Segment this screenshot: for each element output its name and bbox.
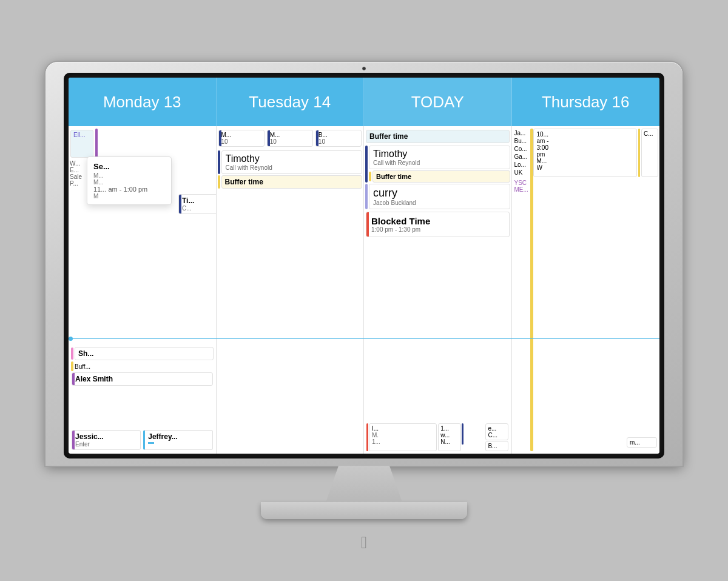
event-title: Ell... [73,132,90,138]
list-item[interactable]: Buffer time [366,130,510,143]
list-item[interactable]: Jeffrey... [143,430,212,450]
header-thursday[interactable]: Thursday 16 [512,78,660,126]
curry-event[interactable]: curry Jacob Buckland [369,184,510,209]
event-sub: Call with Reynold [373,160,506,166]
event-sub: 10 [318,138,359,145]
list-item[interactable]: Ell... [70,130,93,158]
event-sub5: W [537,164,634,171]
color-block [148,442,154,444]
event-title: Buffer time [369,132,506,141]
event-title: Ti... [182,196,216,205]
monday-column[interactable]: Ell... W... E... Sale P... [69,126,217,454]
event-title: Buffer time [376,173,507,180]
list-item[interactable]: 10... am - 3:00 pm M... W [533,129,638,177]
event-title: 1... [440,425,459,432]
label-uk: UK [514,169,529,176]
event-sub2: N... [440,438,459,445]
current-time-line [69,338,659,339]
list-item[interactable]: I... M. 1... [369,423,437,451]
color-block [71,361,73,371]
popup-card[interactable]: Se... M... M... 11... am - 1:00 pm M [87,156,172,205]
header-tuesday[interactable]: Tuesday 14 [217,78,365,126]
monitor-base:  [261,502,467,519]
today-column[interactable]: Buffer time Timothy Call with Reynold [364,126,512,454]
list-item[interactable]: C... [641,129,658,177]
event-sub: w... [440,432,459,438]
list-item[interactable]: M... 10 [218,130,265,147]
tuesday-column[interactable]: M... 10 M... 10 B... 10 [217,126,365,454]
camera [362,67,366,70]
list-item[interactable]: B... [485,441,508,451]
monitor-bezel: Monday 13 Tuesday 14 TODAY Thursday 16 [64,73,664,458]
event-sub: Jacob Buckland [373,200,506,206]
blocked-time-event[interactable]: Blocked Time 1:00 pm - 1:30 pm [366,212,510,237]
event-sub2: 3:00 [537,144,634,151]
calendar-body: Ell... W... E... Sale P... [69,126,659,454]
event-title: B... [318,132,359,138]
header-today[interactable]: TODAY [364,78,512,126]
event-sub: Call with Reynold [226,164,359,171]
event-title: curry [373,187,506,200]
color-block [95,129,98,159]
event-sub: Enter [75,441,137,448]
buffer-time-event[interactable]: Buffer time [372,170,510,183]
color-block [365,146,368,183]
thursday-labels: Ja... Bu... Co... Ga... Lo... UK YSC ME.… [513,129,530,451]
label-co: Co... [514,146,529,152]
color-block [365,184,368,209]
color-block [218,175,220,189]
event-title: Sh... [78,349,210,358]
timothy-today-event[interactable]: Timothy Call with Reynold [369,146,510,169]
thursday-column[interactable]: Ja... Bu... Co... Ga... Lo... UK YSC ME.… [512,126,660,454]
thursday-label: Thursday 16 [542,93,630,112]
event-title: M... [221,132,261,138]
label-me: ME... [514,186,529,193]
list-item[interactable]: e... C... [485,423,508,440]
event-label: Buff... [75,363,90,370]
event-sub: am - [537,138,634,144]
list-item[interactable]: Sh... [75,347,214,360]
event-sub: C... [182,205,216,212]
list-item[interactable]: M... 10 [267,130,313,147]
event-sub: C... [488,432,506,438]
event-sub3: pm [537,151,634,158]
event-time: 1:00 pm - 1:30 pm [371,226,504,233]
event-title: Timothy [373,149,506,160]
header-monday[interactable]: Monday 13 [69,78,217,126]
event-title: Jessic... [75,432,137,441]
screen: Monday 13 Tuesday 14 TODAY Thursday 16 [69,78,659,454]
event-title: Timothy [226,153,359,164]
event-sub: 10 [270,138,310,145]
event-sub4: M... [537,158,634,164]
list-item[interactable]: m... [627,437,657,448]
timothy-tuesday-event[interactable]: Timothy Call with Reynold [221,150,363,174]
thursday-main: 10... am - 3:00 pm M... W [533,129,659,451]
event-title: M... [270,132,310,138]
event-sub: 10 [221,138,261,145]
event-title: m... [630,439,654,446]
label-ga: Ga... [514,153,529,160]
color-block [218,150,220,174]
list-item[interactable]: Jessic... Enter [72,430,141,450]
list-item[interactable]: Ti... C... [178,194,217,214]
list-item[interactable]: Alex Smith [72,372,213,386]
monitor-wrapper: Monday 13 Tuesday 14 TODAY Thursday 16 [30,62,698,519]
label-ja: Ja... [514,130,529,136]
apple-logo:  [361,533,367,552]
alex-smith-event: Alex Smith [75,375,209,383]
list-item[interactable]: B... 10 [315,130,362,147]
tuesday-label: Tuesday 14 [249,93,331,112]
list-item[interactable]: 1... w... N... [438,423,461,451]
event-title: e... [488,425,506,432]
event-title: I... [372,425,434,432]
buffer-time-event[interactable]: Buffer time [221,175,363,189]
popup-time: 11... am - 1:00 pm [93,186,165,193]
event-title: Buffer time [225,178,359,186]
monitor-neck [322,466,406,502]
label-ysc: YSC [514,180,529,186]
today-label: TODAY [411,93,464,112]
popup-sub: M... [93,172,165,179]
popup-sub2: M... [93,179,165,186]
color-block [71,348,73,360]
event-sub: M. [372,432,434,438]
